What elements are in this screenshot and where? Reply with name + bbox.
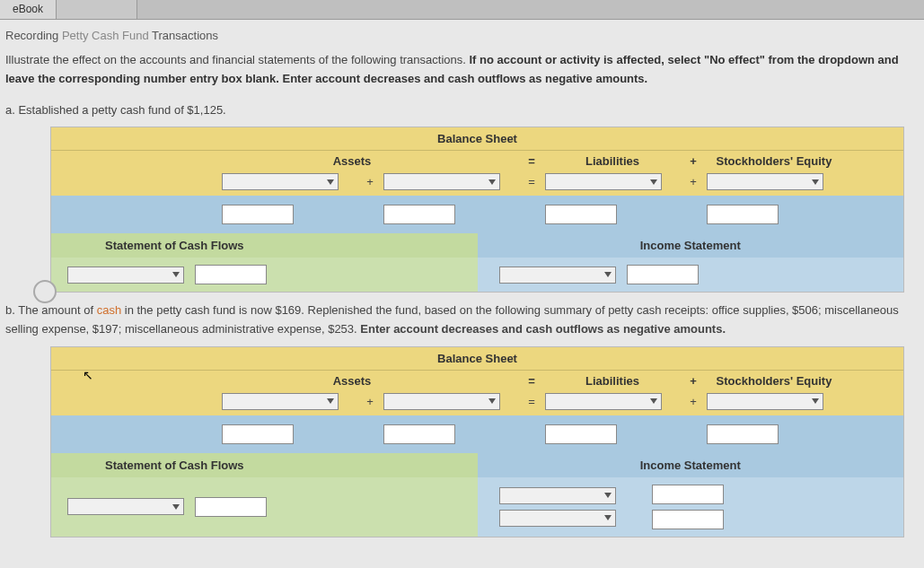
chevron-down-icon (650, 179, 657, 185)
part-a-label: a. Established a petty cash fund of $1,1… (5, 101, 915, 120)
statement-body-row-b (51, 477, 903, 537)
is-amount-stack (652, 485, 724, 529)
scf-body (51, 258, 478, 292)
bs-header-row-b: Assets = Liabilities + Stockholders' Equ… (51, 371, 903, 391)
liabilities-label-b: Liabilities (545, 374, 680, 388)
scf-amount-input-b[interactable] (195, 497, 267, 517)
subtitle-grey: Petty Cash Fund (62, 29, 149, 42)
scf-activity-select-b[interactable] (67, 498, 184, 515)
asset-amount-1-input-b[interactable] (222, 424, 294, 444)
is-amount-input[interactable] (627, 265, 699, 284)
balance-sheet-section-b: Balance Sheet Assets = Liabilities + Sto… (51, 347, 903, 453)
asset-amount-1-input[interactable] (222, 205, 294, 224)
chevron-down-icon (604, 272, 612, 277)
is-account-select-b-2[interactable] (499, 510, 616, 527)
equals-label-b: = (518, 374, 545, 388)
is-body (478, 258, 904, 292)
page-content: Recording Petty Cash Fund Transactions I… (0, 20, 924, 537)
chevron-down-icon (604, 493, 612, 498)
scf-header-b: Statement of Cash Flows (51, 453, 478, 477)
bs-header-row: Assets = Liabilities + Stockholders' Equ… (51, 151, 903, 171)
equals-symbol: = (518, 175, 545, 188)
is-header-b: Income Statement (478, 453, 904, 477)
asset-account-1-select-b[interactable] (222, 393, 339, 410)
stockholders-equity-label: Stockholders' Equity (707, 154, 841, 168)
asset-amount-2-input[interactable] (383, 205, 455, 224)
liability-account-select-b[interactable] (545, 393, 662, 410)
chevron-down-icon (812, 179, 819, 185)
chevron-down-icon (172, 504, 180, 510)
chevron-down-icon (488, 398, 496, 404)
part-b-bold: Enter account decreases and cash outflow… (360, 322, 726, 336)
plus-symbol-b: + (356, 395, 383, 408)
tab-bar: eBook (0, 0, 924, 20)
is-account-select-b-1[interactable] (499, 487, 616, 504)
chevron-down-icon (812, 398, 819, 404)
plus-label-b: + (680, 374, 707, 388)
assets-label-b: Assets (186, 374, 518, 388)
equity-account-select[interactable] (707, 173, 823, 190)
chevron-down-icon (327, 398, 334, 404)
part-b-label: b. The amount of cash in the petty cash … (5, 301, 915, 339)
is-header: Income Statement (478, 233, 904, 258)
assets-label: Assets (186, 154, 518, 168)
subtitle-suffix: Transactions (149, 29, 218, 42)
bs-value-row (51, 196, 903, 233)
equity-amount-input-b[interactable] (707, 424, 779, 444)
is-amount-input-b-1[interactable] (652, 485, 724, 504)
asset-account-2-select[interactable] (383, 173, 500, 190)
scf-amount-input[interactable] (195, 265, 267, 284)
tab-ebook[interactable]: eBook (0, 0, 57, 19)
balance-sheet-title-b: Balance Sheet (51, 347, 903, 371)
equals-label: = (518, 154, 545, 168)
chevron-down-icon (488, 179, 496, 185)
chevron-down-icon (327, 179, 334, 185)
asset-amount-2-input-b[interactable] (383, 424, 455, 444)
statement-body-row (51, 258, 903, 292)
equals-symbol-b: = (518, 395, 545, 408)
balance-sheet-title: Balance Sheet (51, 127, 903, 151)
balance-sheet-section-a: Balance Sheet Assets = Liabilities + Sto… (51, 127, 903, 233)
liabilities-label: Liabilities (545, 154, 680, 168)
chevron-down-icon (650, 398, 657, 404)
scf-body-b (51, 477, 478, 537)
bs-account-row: + = + (51, 171, 903, 196)
exercise-a: Balance Sheet Assets = Liabilities + Sto… (50, 127, 904, 293)
liability-amount-input-b[interactable] (545, 424, 617, 444)
asset-account-1-select[interactable] (222, 173, 339, 190)
scf-activity-select[interactable] (67, 267, 184, 284)
part-b-cash-word: cash (97, 303, 121, 317)
plus-symbol: + (356, 175, 383, 188)
plus-symbol-2: + (680, 175, 707, 188)
chevron-down-icon (604, 515, 612, 520)
exercise-b: Balance Sheet Assets = Liabilities + Sto… (50, 346, 904, 537)
scf-header: Statement of Cash Flows (51, 233, 478, 258)
equity-amount-input[interactable] (707, 205, 779, 224)
bs-value-row-b (51, 415, 903, 453)
liability-account-select[interactable] (545, 173, 662, 190)
instruction-plain: Illustrate the effect on the accounts an… (5, 53, 469, 66)
stockholders-equity-label-b: Stockholders' Equity (707, 374, 841, 388)
exercise-subtitle: Recording Petty Cash Fund Transactions (5, 29, 915, 42)
statement-headers-row-b: Statement of Cash Flows Income Statement (51, 453, 903, 477)
part-b-prefix: b. The amount of (5, 303, 97, 317)
statement-headers-row: Statement of Cash Flows Income Statement (51, 233, 903, 258)
tab-empty[interactable] (57, 0, 137, 19)
liability-amount-input[interactable] (545, 205, 617, 224)
instruction-text: Illustrate the effect on the accounts an… (5, 51, 915, 89)
plus-label: + (680, 154, 707, 168)
is-account-stack (499, 487, 616, 527)
is-amount-input-b-2[interactable] (652, 510, 724, 529)
plus-symbol-2-b: + (680, 395, 707, 408)
chevron-down-icon (172, 272, 180, 277)
equity-account-select-b[interactable] (707, 393, 823, 410)
asset-account-2-select-b[interactable] (383, 393, 500, 410)
is-account-select[interactable] (499, 267, 616, 284)
subtitle-prefix: Recording (5, 29, 62, 42)
bs-account-row-b: + = + (51, 391, 903, 415)
is-body-b (478, 477, 904, 537)
